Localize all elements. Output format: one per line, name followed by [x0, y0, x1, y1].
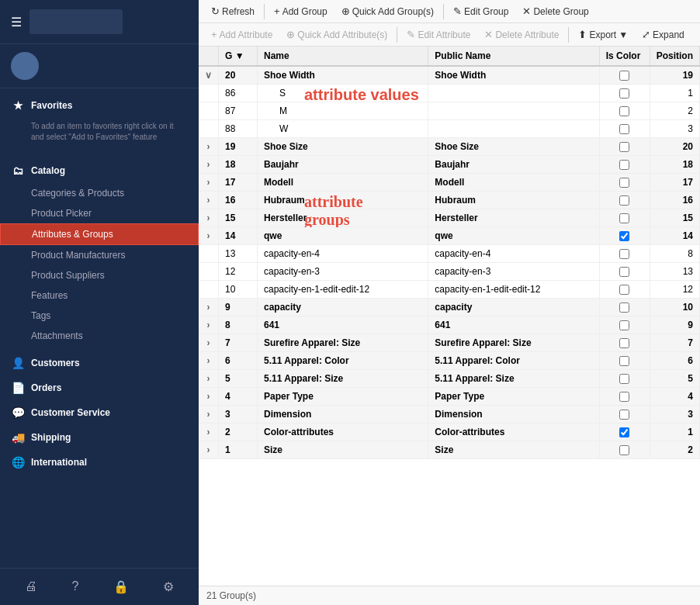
- expand-cell[interactable]: ›: [199, 352, 219, 370]
- sidebar-help-icon[interactable]: ?: [65, 576, 85, 597]
- sidebar-item-favorites[interactable]: ★ Favorites: [0, 93, 199, 118]
- th-pubname[interactable]: Public Name: [428, 47, 599, 66]
- refresh-button[interactable]: ↻ Refresh: [205, 3, 261, 19]
- iscolor-checkbox[interactable]: [619, 445, 629, 455]
- add-group-button[interactable]: + Add Group: [268, 3, 334, 19]
- table-row[interactable]: › 1 Size Size 2: [199, 441, 700, 459]
- sidebar-item-attachments[interactable]: Attachments: [0, 326, 199, 346]
- expand-cell[interactable]: ›: [199, 334, 219, 352]
- expand-cell[interactable]: ›: [199, 441, 219, 459]
- iscolor-checkbox[interactable]: [619, 106, 629, 116]
- sidebar-print-icon[interactable]: 🖨: [19, 576, 43, 597]
- expand-cell[interactable]: ›: [199, 299, 219, 316]
- iscolor-checkbox[interactable]: [619, 88, 629, 99]
- table-row[interactable]: › 6 5.11 Apparel: Color 5.11 Apparel: Co…: [199, 352, 700, 370]
- delete-attribute-button[interactable]: ✕ Delete Attribute: [478, 26, 565, 43]
- iscolor-checkbox[interactable]: [619, 213, 629, 223]
- add-attribute-button[interactable]: + Add Attribute: [205, 26, 279, 43]
- table-row[interactable]: › 7 Surefire Apparel: Size Surefire Appa…: [199, 334, 700, 352]
- quick-add-attributes-button[interactable]: ⊕ Quick Add Attribute(s): [280, 26, 393, 43]
- expand-cell[interactable]: ›: [199, 406, 219, 424]
- table-row[interactable]: › 5 5.11 Apparel: Size 5.11 Apparel: Siz…: [199, 370, 700, 388]
- edit-group-button[interactable]: ✎ Edit Group: [447, 3, 515, 19]
- table-row[interactable]: 13 capacity-en-4 capacity-en-4 8: [199, 245, 700, 263]
- iscolor-checkbox[interactable]: [619, 285, 629, 295]
- expand-cell[interactable]: ∨: [199, 66, 219, 85]
- delete-group-button[interactable]: ✕ Delete Group: [516, 3, 594, 19]
- iscolor-checkbox[interactable]: [619, 160, 629, 170]
- iscolor-checkbox[interactable]: [619, 410, 629, 420]
- export-button[interactable]: ⬆ Export ▼: [572, 26, 634, 43]
- table-row[interactable]: › 17 Modell Modell 17: [199, 174, 700, 192]
- iscolor-checkbox[interactable]: [619, 249, 629, 259]
- expand-cell[interactable]: [199, 263, 219, 281]
- sidebar-item-customers[interactable]: 👤 Customers: [0, 351, 199, 375]
- sidebar-item-orders[interactable]: 📄 Orders: [0, 375, 199, 400]
- table-row[interactable]: › 18 Baujahr Baujahr 18: [199, 156, 700, 174]
- th-position[interactable]: Position: [650, 47, 699, 66]
- expand-cell[interactable]: ›: [199, 156, 219, 174]
- iscolor-checkbox[interactable]: [619, 195, 629, 206]
- iscolor-checkbox[interactable]: [619, 267, 629, 277]
- iscolor-checkbox[interactable]: [619, 338, 629, 348]
- iscolor-checkbox[interactable]: [619, 71, 629, 81]
- iscolor-checkbox[interactable]: [619, 302, 629, 313]
- table-row[interactable]: › 15 Herstellergroups Hersteller 15: [199, 209, 700, 227]
- hamburger-icon[interactable]: ☰: [11, 15, 22, 29]
- expand-cell[interactable]: ›: [199, 209, 219, 227]
- expand-cell[interactable]: ›: [199, 424, 219, 441]
- iscolor-checkbox[interactable]: [619, 427, 629, 437]
- sidebar-item-shipping[interactable]: 🚚 Shipping: [0, 425, 199, 450]
- expand-cell[interactable]: ›: [199, 192, 219, 209]
- table-row[interactable]: › 9 capacity capacity 10: [199, 299, 700, 316]
- table-row[interactable]: › 4 Paper Type Paper Type 4: [199, 388, 700, 406]
- sidebar-item-tags[interactable]: Tags: [0, 306, 199, 326]
- th-name[interactable]: Name: [258, 47, 428, 66]
- iscolor-checkbox[interactable]: [619, 142, 629, 152]
- table-row[interactable]: › 8 641 641 9: [199, 316, 700, 334]
- expand-cell[interactable]: ›: [199, 316, 219, 334]
- table-row[interactable]: ∨ 20 Shoe Width Shoe Width 19: [199, 66, 700, 85]
- sidebar-lock-icon[interactable]: 🔒: [107, 576, 135, 597]
- table-row[interactable]: › 3 Dimension Dimension 3: [199, 406, 700, 424]
- iscolor-checkbox[interactable]: [619, 124, 629, 134]
- table-row[interactable]: 88 W 3: [199, 120, 700, 138]
- sidebar-item-categories-products[interactable]: Categories & Products: [0, 183, 199, 203]
- table-row[interactable]: › 2 Color-attributes Color-attributes 1: [199, 424, 700, 441]
- table-row[interactable]: 87 M 2: [199, 102, 700, 120]
- sidebar-settings-icon[interactable]: ⚙: [157, 576, 180, 597]
- iscolor-checkbox[interactable]: [619, 392, 629, 402]
- sidebar-item-catalog[interactable]: 🗂 Catalog: [0, 158, 199, 183]
- quick-add-groups-button[interactable]: ⊕ Quick Add Group(s): [335, 3, 440, 19]
- edit-attribute-button[interactable]: ✎ Edit Attribute: [400, 26, 476, 43]
- th-g[interactable]: G ▼: [219, 47, 258, 66]
- sidebar-item-international[interactable]: 🌐 International: [0, 450, 199, 475]
- expand-cell[interactable]: [199, 245, 219, 263]
- iscolor-checkbox[interactable]: [619, 178, 629, 188]
- sidebar-item-product-manufacturers[interactable]: Product Manufacturers: [0, 245, 199, 265]
- table-row[interactable]: › 19 Shoe Size Shoe Size 20: [199, 138, 700, 156]
- table-row[interactable]: 12 capacity-en-3 capacity-en-3 13: [199, 263, 700, 281]
- iscolor-checkbox[interactable]: [619, 356, 629, 366]
- sidebar-item-product-picker[interactable]: Product Picker: [0, 203, 199, 223]
- table-row[interactable]: 10 capacity-en-1-edit-edit-12 capacity-e…: [199, 281, 700, 299]
- iscolor-checkbox[interactable]: [619, 320, 629, 330]
- expand-cell[interactable]: ›: [199, 174, 219, 192]
- expand-button[interactable]: ⤢ Expand: [636, 26, 691, 43]
- th-iscolor[interactable]: Is Color: [599, 47, 650, 66]
- table-row[interactable]: 86 Sattribute values 1: [199, 85, 700, 102]
- expand-cell[interactable]: ›: [199, 370, 219, 388]
- expand-cell[interactable]: [199, 281, 219, 299]
- expand-cell[interactable]: ›: [199, 138, 219, 156]
- expand-cell[interactable]: ›: [199, 388, 219, 406]
- sidebar-item-product-suppliers[interactable]: Product Suppliers: [0, 265, 199, 285]
- sidebar-item-customer-service[interactable]: 💬 Customer Service: [0, 400, 199, 425]
- iscolor-checkbox[interactable]: [619, 374, 629, 384]
- sidebar-item-features[interactable]: Features: [0, 285, 199, 306]
- orders-icon: 📄: [11, 382, 25, 394]
- iscolor-checkbox[interactable]: [619, 231, 629, 241]
- table-row[interactable]: › 14 qwe qwe 14: [199, 227, 700, 245]
- table-row[interactable]: › 16 Hubraumattribute Hubraum 16: [199, 192, 700, 209]
- sidebar-item-attributes-groups[interactable]: Attributes & Groups: [0, 223, 199, 245]
- expand-cell[interactable]: ›: [199, 227, 219, 245]
